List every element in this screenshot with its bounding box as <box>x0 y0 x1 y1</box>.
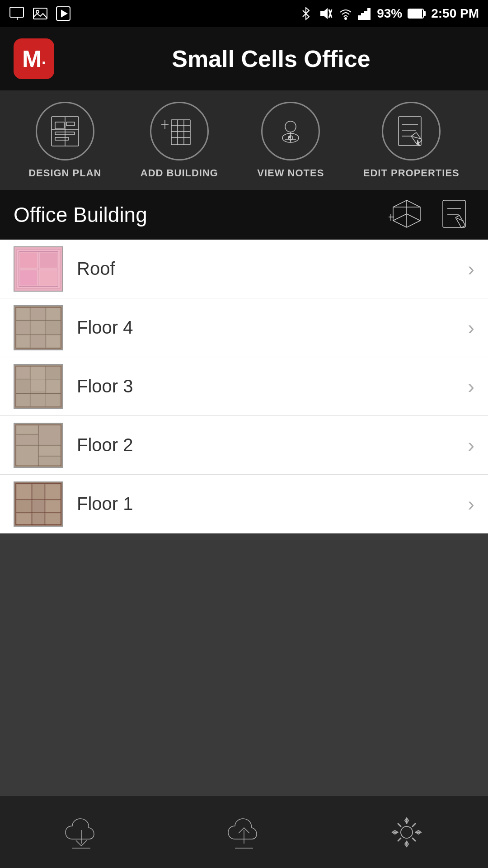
logo-dot: . <box>42 51 46 67</box>
app-header: M. Small Cells Office <box>0 27 488 90</box>
toolbar-design-plan[interactable]: DESIGN PLAN <box>28 102 101 179</box>
toolbar-edit-properties[interactable]: EDIT PROPERTIES <box>363 102 460 179</box>
svg-rect-80 <box>47 335 60 347</box>
download-button[interactable] <box>63 814 99 850</box>
floor-chevron-icon: › <box>468 377 474 396</box>
svg-rect-16 <box>423 11 425 16</box>
status-right-info: 93% 2:50 PM <box>299 6 479 21</box>
floor-chevron-icon: › <box>468 494 474 514</box>
svg-rect-112 <box>46 484 60 499</box>
svg-rect-99 <box>17 435 38 444</box>
battery-icon <box>408 8 426 19</box>
status-left-icons <box>9 5 71 22</box>
svg-rect-17 <box>409 10 422 17</box>
building-actions <box>389 196 474 234</box>
battery-text: 93% <box>377 6 402 21</box>
screen-status-icon <box>9 5 25 22</box>
svg-rect-102 <box>39 446 60 455</box>
svg-rect-90 <box>31 367 45 391</box>
floor-chevron-icon: › <box>468 318 474 338</box>
svg-rect-76 <box>17 321 29 334</box>
svg-point-123 <box>401 826 413 838</box>
svg-point-10 <box>345 18 347 19</box>
svg-point-38 <box>289 136 291 138</box>
add-floor-button[interactable] <box>389 196 425 234</box>
svg-line-49 <box>393 214 407 221</box>
edit-floor-button[interactable] <box>438 196 474 234</box>
svg-rect-73 <box>17 308 29 319</box>
image-status-icon <box>32 5 48 22</box>
building-name: Office Building <box>14 203 389 227</box>
svg-marker-7 <box>321 9 327 18</box>
svg-rect-89 <box>17 394 29 406</box>
add-building-icon <box>161 113 197 149</box>
svg-rect-66 <box>40 270 57 285</box>
svg-rect-88 <box>47 380 60 392</box>
settings-button[interactable] <box>389 814 425 850</box>
svg-rect-3 <box>33 8 47 19</box>
svg-rect-14 <box>368 9 370 19</box>
svg-rect-79 <box>31 335 45 347</box>
svg-rect-53 <box>443 200 465 227</box>
edit-properties-icon-circle <box>382 102 441 160</box>
edit-properties-label: EDIT PROPERTIES <box>363 167 460 179</box>
floor-thumbnail <box>14 364 63 409</box>
svg-rect-115 <box>17 514 31 524</box>
svg-point-4 <box>36 10 39 13</box>
wifi-icon <box>339 7 352 20</box>
svg-rect-116 <box>33 514 44 524</box>
logo-letter: M <box>22 45 42 72</box>
svg-rect-74 <box>31 308 45 319</box>
status-bar: 93% 2:50 PM <box>0 0 488 27</box>
bottom-navigation <box>0 796 488 868</box>
design-plan-icon <box>47 113 83 149</box>
play-status-icon <box>55 5 71 22</box>
svg-rect-11 <box>358 16 361 19</box>
mute-icon <box>318 7 333 20</box>
floor-thumbnail <box>14 481 63 527</box>
building-header: Office Building <box>0 190 488 240</box>
svg-rect-101 <box>39 425 60 444</box>
svg-line-44 <box>413 133 421 142</box>
floor-name: Floor 2 <box>77 435 468 455</box>
svg-rect-77 <box>31 321 45 334</box>
svg-rect-75 <box>47 308 60 319</box>
svg-rect-13 <box>365 11 367 19</box>
edit-properties-icon <box>393 113 429 149</box>
list-item[interactable]: Floor 4 › <box>0 298 488 357</box>
list-item[interactable]: Floor 1 › <box>0 475 488 533</box>
floor-thumbnail <box>14 246 63 292</box>
floor-list: Roof › Floor 4 › <box>0 240 488 533</box>
list-item[interactable]: Floor 3 › <box>0 357 488 416</box>
floor-chevron-icon: › <box>468 435 474 455</box>
upload-button[interactable] <box>226 814 262 850</box>
svg-rect-117 <box>46 514 60 524</box>
toolbar-view-notes[interactable]: VIEW NOTES <box>257 102 324 179</box>
svg-rect-114 <box>46 500 60 512</box>
design-plan-icon-circle <box>36 102 94 160</box>
add-building-label: ADD BUILDING <box>141 167 218 179</box>
svg-rect-100 <box>17 446 38 465</box>
svg-rect-113 <box>17 500 31 512</box>
list-item[interactable]: Floor 2 › <box>0 416 488 475</box>
view-notes-label: VIEW NOTES <box>257 167 324 179</box>
floor-name: Floor 3 <box>77 376 468 396</box>
svg-marker-6 <box>61 10 67 17</box>
svg-rect-87 <box>17 367 29 378</box>
toolbar-add-building[interactable]: ADD BUILDING <box>141 102 218 179</box>
svg-rect-22 <box>55 137 69 140</box>
toolbar: DESIGN PLAN ADD BUILDING <box>0 90 488 190</box>
svg-rect-63 <box>20 252 37 268</box>
floor-name: Roof <box>77 259 468 279</box>
time-display: 2:50 PM <box>431 6 479 21</box>
floor-thumbnail <box>14 423 63 468</box>
signal-icon <box>358 7 371 20</box>
svg-rect-19 <box>55 122 64 129</box>
view-notes-icon <box>272 113 309 149</box>
bluetooth-icon <box>299 7 313 20</box>
list-item[interactable]: Roof › <box>0 240 488 298</box>
svg-rect-25 <box>171 120 190 145</box>
svg-point-33 <box>285 121 296 132</box>
add-building-icon-circle <box>150 102 209 160</box>
app-logo: M. <box>14 38 54 79</box>
